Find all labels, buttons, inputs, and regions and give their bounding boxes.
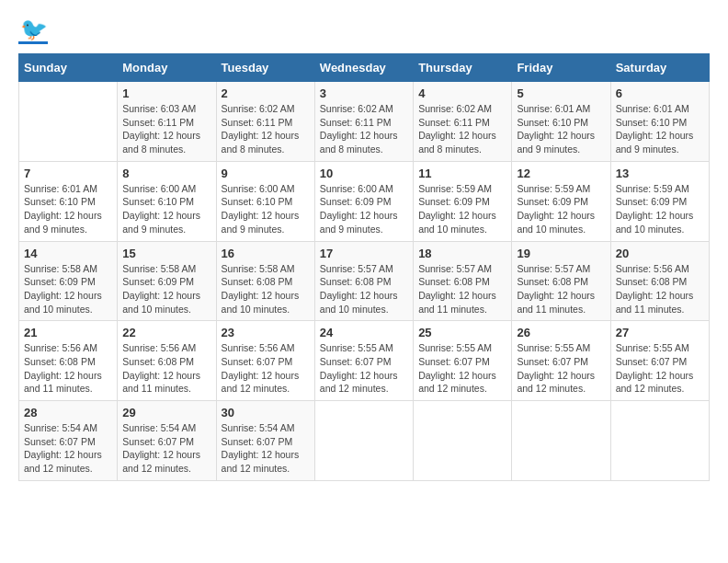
day-number: 20: [616, 247, 704, 260]
day-number: 1: [122, 86, 210, 100]
day-number: 15: [122, 247, 210, 260]
day-number: 18: [418, 247, 506, 260]
calendar-cell: 23Sunrise: 5:56 AMSunset: 6:07 PMDayligh…: [216, 321, 314, 401]
day-number: 11: [418, 167, 506, 180]
day-info: Sunrise: 5:57 AMSunset: 6:08 PMDaylight:…: [418, 262, 506, 316]
day-number: 2: [222, 86, 310, 100]
calendar-cell: 7Sunrise: 6:01 AMSunset: 6:10 PMDaylight…: [19, 161, 118, 241]
calendar-cell: 28Sunrise: 5:54 AMSunset: 6:07 PMDayligh…: [19, 401, 118, 481]
column-header-thursday: Thursday: [414, 54, 512, 82]
week-row-5: 28Sunrise: 5:54 AMSunset: 6:07 PMDayligh…: [19, 401, 710, 481]
logo: 🐦: [18, 18, 48, 44]
day-info: Sunrise: 5:58 AMSunset: 6:08 PMDaylight:…: [222, 262, 310, 316]
calendar-cell: 21Sunrise: 5:56 AMSunset: 6:08 PMDayligh…: [19, 321, 118, 401]
day-number: 21: [24, 326, 112, 339]
day-number: 25: [418, 326, 506, 339]
day-number: 13: [616, 167, 704, 180]
logo-underline: [18, 41, 48, 44]
day-number: 4: [418, 86, 506, 100]
column-header-wednesday: Wednesday: [314, 54, 413, 82]
calendar-cell: [314, 401, 413, 481]
day-number: 28: [24, 406, 112, 419]
calendar-cell: 3Sunrise: 6:02 AMSunset: 6:11 PMDaylight…: [314, 82, 413, 162]
calendar-cell: 18Sunrise: 5:57 AMSunset: 6:08 PMDayligh…: [414, 241, 512, 321]
day-number: 10: [320, 167, 408, 180]
calendar-table: SundayMondayTuesdayWednesdayThursdayFrid…: [18, 53, 710, 481]
day-info: Sunrise: 5:59 AMSunset: 6:09 PMDaylight:…: [616, 182, 704, 236]
day-info: Sunrise: 6:00 AMSunset: 6:09 PMDaylight:…: [320, 182, 408, 236]
day-number: 22: [122, 326, 210, 339]
calendar-cell: 15Sunrise: 5:58 AMSunset: 6:09 PMDayligh…: [118, 241, 216, 321]
day-info: Sunrise: 6:02 AMSunset: 6:11 PMDaylight:…: [418, 102, 506, 156]
week-row-2: 7Sunrise: 6:01 AMSunset: 6:10 PMDaylight…: [19, 161, 710, 241]
day-info: Sunrise: 5:54 AMSunset: 6:07 PMDaylight:…: [24, 421, 112, 476]
calendar-cell: 29Sunrise: 5:54 AMSunset: 6:07 PMDayligh…: [118, 401, 216, 481]
logo-bird-icon: 🐦: [20, 18, 48, 40]
day-info: Sunrise: 5:55 AMSunset: 6:07 PMDaylight:…: [517, 341, 605, 396]
column-header-monday: Monday: [118, 54, 216, 82]
day-number: 3: [320, 86, 408, 100]
calendar-header-row: SundayMondayTuesdayWednesdayThursdayFrid…: [19, 54, 710, 82]
day-info: Sunrise: 5:58 AMSunset: 6:09 PMDaylight:…: [24, 262, 112, 316]
day-number: 23: [222, 326, 310, 339]
calendar-cell: 30Sunrise: 5:54 AMSunset: 6:07 PMDayligh…: [216, 401, 314, 481]
day-number: 19: [517, 247, 605, 260]
calendar-cell: 19Sunrise: 5:57 AMSunset: 6:08 PMDayligh…: [512, 241, 610, 321]
calendar-cell: [19, 82, 118, 162]
calendar-cell: 10Sunrise: 6:00 AMSunset: 6:09 PMDayligh…: [314, 161, 413, 241]
day-info: Sunrise: 6:02 AMSunset: 6:11 PMDaylight:…: [222, 102, 310, 156]
calendar-cell: 6Sunrise: 6:01 AMSunset: 6:10 PMDaylight…: [610, 82, 709, 162]
day-info: Sunrise: 5:56 AMSunset: 6:08 PMDaylight:…: [616, 262, 704, 316]
day-number: 17: [320, 247, 408, 260]
day-number: 26: [517, 326, 605, 339]
calendar-cell: 20Sunrise: 5:56 AMSunset: 6:08 PMDayligh…: [610, 241, 709, 321]
day-info: Sunrise: 5:57 AMSunset: 6:08 PMDaylight:…: [517, 262, 605, 316]
day-info: Sunrise: 5:58 AMSunset: 6:09 PMDaylight:…: [122, 262, 210, 316]
day-info: Sunrise: 5:55 AMSunset: 6:07 PMDaylight:…: [418, 341, 506, 396]
day-number: 6: [616, 86, 704, 100]
day-number: 12: [517, 167, 605, 180]
calendar-cell: 9Sunrise: 6:00 AMSunset: 6:10 PMDaylight…: [216, 161, 314, 241]
column-header-tuesday: Tuesday: [216, 54, 314, 82]
calendar-cell: 16Sunrise: 5:58 AMSunset: 6:08 PMDayligh…: [216, 241, 314, 321]
day-info: Sunrise: 6:01 AMSunset: 6:10 PMDaylight:…: [24, 182, 112, 236]
day-number: 27: [616, 326, 704, 339]
day-info: Sunrise: 5:56 AMSunset: 6:07 PMDaylight:…: [222, 341, 310, 396]
day-info: Sunrise: 5:57 AMSunset: 6:08 PMDaylight:…: [320, 262, 408, 316]
day-info: Sunrise: 5:56 AMSunset: 6:08 PMDaylight:…: [122, 341, 210, 396]
day-info: Sunrise: 6:00 AMSunset: 6:10 PMDaylight:…: [122, 182, 210, 236]
day-info: Sunrise: 6:00 AMSunset: 6:10 PMDaylight:…: [222, 182, 310, 236]
day-number: 16: [222, 247, 310, 260]
calendar-cell: 22Sunrise: 5:56 AMSunset: 6:08 PMDayligh…: [118, 321, 216, 401]
day-info: Sunrise: 5:55 AMSunset: 6:07 PMDaylight:…: [616, 341, 704, 396]
page-header: 🐦: [18, 18, 710, 44]
week-row-1: 1Sunrise: 6:03 AMSunset: 6:11 PMDaylight…: [19, 82, 710, 162]
day-info: Sunrise: 5:55 AMSunset: 6:07 PMDaylight:…: [320, 341, 408, 396]
calendar-cell: [610, 401, 709, 481]
calendar-cell: 5Sunrise: 6:01 AMSunset: 6:10 PMDaylight…: [512, 82, 610, 162]
calendar-cell: 17Sunrise: 5:57 AMSunset: 6:08 PMDayligh…: [314, 241, 413, 321]
column-header-friday: Friday: [512, 54, 610, 82]
day-info: Sunrise: 6:01 AMSunset: 6:10 PMDaylight:…: [616, 102, 704, 156]
day-number: 24: [320, 326, 408, 339]
calendar-cell: [414, 401, 512, 481]
calendar-cell: 12Sunrise: 5:59 AMSunset: 6:09 PMDayligh…: [512, 161, 610, 241]
week-row-3: 14Sunrise: 5:58 AMSunset: 6:09 PMDayligh…: [19, 241, 710, 321]
week-row-4: 21Sunrise: 5:56 AMSunset: 6:08 PMDayligh…: [19, 321, 710, 401]
calendar-cell: 27Sunrise: 5:55 AMSunset: 6:07 PMDayligh…: [610, 321, 709, 401]
day-info: Sunrise: 5:54 AMSunset: 6:07 PMDaylight:…: [122, 421, 210, 476]
calendar-cell: 26Sunrise: 5:55 AMSunset: 6:07 PMDayligh…: [512, 321, 610, 401]
calendar-cell: 14Sunrise: 5:58 AMSunset: 6:09 PMDayligh…: [19, 241, 118, 321]
day-number: 9: [222, 167, 310, 180]
calendar-cell: 13Sunrise: 5:59 AMSunset: 6:09 PMDayligh…: [610, 161, 709, 241]
column-header-sunday: Sunday: [19, 54, 118, 82]
day-info: Sunrise: 5:54 AMSunset: 6:07 PMDaylight:…: [222, 421, 310, 476]
day-info: Sunrise: 6:03 AMSunset: 6:11 PMDaylight:…: [122, 102, 210, 156]
day-number: 30: [222, 406, 310, 419]
calendar-cell: 25Sunrise: 5:55 AMSunset: 6:07 PMDayligh…: [414, 321, 512, 401]
day-info: Sunrise: 6:02 AMSunset: 6:11 PMDaylight:…: [320, 102, 408, 156]
column-header-saturday: Saturday: [610, 54, 709, 82]
calendar-cell: 24Sunrise: 5:55 AMSunset: 6:07 PMDayligh…: [314, 321, 413, 401]
calendar-cell: 8Sunrise: 6:00 AMSunset: 6:10 PMDaylight…: [118, 161, 216, 241]
day-number: 8: [122, 167, 210, 180]
